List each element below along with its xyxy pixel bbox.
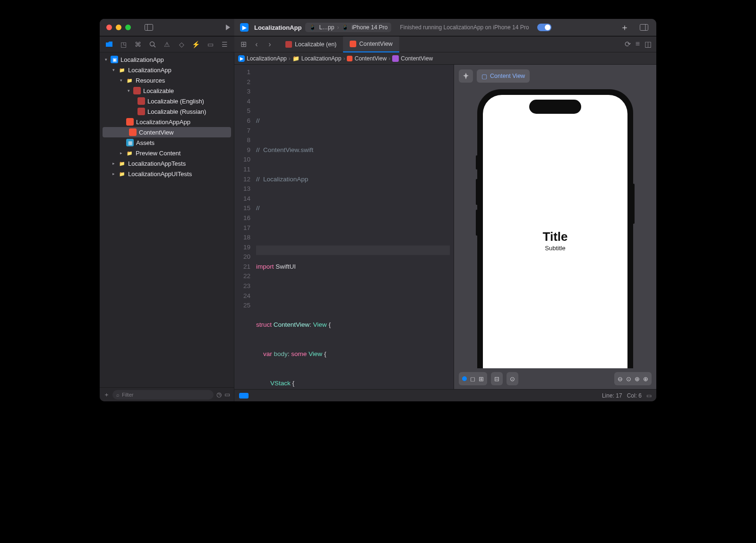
node-label: Assets: [136, 139, 155, 146]
symbol-navigator-icon[interactable]: ⌘: [132, 39, 144, 50]
scheme-target: L…pp: [319, 24, 334, 31]
tree-group[interactable]: ▾📁LocalizationApp: [100, 65, 234, 75]
swift-file-icon: [347, 56, 352, 61]
breakpoint-navigator-icon[interactable]: ▭: [205, 39, 216, 50]
debug-indicator-icon[interactable]: [239, 393, 249, 399]
breadcrumb-item[interactable]: ContentView: [401, 55, 433, 62]
focus-toggle[interactable]: [537, 24, 551, 31]
tab-contentview[interactable]: ContentView: [343, 36, 399, 52]
node-label: Localizable (Russian): [147, 108, 206, 115]
preview-device-settings[interactable]: ⊟: [491, 372, 503, 385]
editor-tab-bar: ⊞ ‹ › Localizable (en) ContentView ⟳ ≡ ◫: [234, 36, 656, 52]
zoom-fit-icon[interactable]: ⊙: [626, 375, 631, 382]
toggle-inspector-button[interactable]: [637, 22, 651, 33]
filter-input[interactable]: ⌕ Filter: [112, 390, 214, 399]
tree-tests[interactable]: ▸📁LocalizationAppTests: [100, 158, 234, 169]
preview-header: ▢ Content View: [454, 65, 656, 87]
titlebar-right: ▶ LocalizationApp 📱 L…pp › 📱 iPhone 14 P…: [234, 19, 656, 36]
zoom-controls: ⊖ ⊙ ⊕ ⊕: [614, 372, 652, 385]
source-control-navigator-icon[interactable]: ◳: [118, 39, 130, 50]
selectable-icon[interactable]: ◻: [470, 375, 475, 382]
breadcrumb-item[interactable]: LocalizationApp: [301, 55, 342, 62]
add-editor-icon[interactable]: ◫: [644, 40, 652, 49]
tree-uitests[interactable]: ▸📁LocalizationAppUITests: [100, 169, 234, 179]
project-navigator-icon[interactable]: [103, 39, 115, 50]
tree-localizable-ru[interactable]: Localizable (Russian): [100, 106, 234, 117]
navigator-selector: ◳ ⌘ ⚠ ◇ ⚡ ▭ ☰: [100, 36, 234, 52]
line-gutter: 1234567891011121314151617181920212223242…: [234, 65, 254, 389]
report-navigator-icon[interactable]: ☰: [219, 39, 231, 50]
close-window-button[interactable]: [106, 25, 112, 30]
preview-settings[interactable]: ⊙: [507, 372, 518, 385]
zoom-out-icon[interactable]: ⊖: [618, 375, 623, 382]
editor-area: ▶ LocalizationApp› 📁 LocalizationApp› Co…: [234, 52, 656, 401]
code-editor[interactable]: 1234567891011121314151617181920212223242…: [234, 65, 454, 389]
tab-localizable[interactable]: Localizable (en): [279, 36, 343, 52]
add-button[interactable]: ＋: [620, 22, 629, 33]
iphone-screen: Title Subtitle: [483, 95, 627, 368]
run-button[interactable]: [221, 22, 234, 33]
preview-mode-live[interactable]: ◻⊞: [459, 372, 487, 385]
issue-navigator-icon[interactable]: ⚠: [161, 39, 173, 50]
debug-navigator-icon[interactable]: ⚡: [190, 39, 202, 50]
preview-selector[interactable]: ▢ Content View: [477, 69, 530, 83]
preview-canvas[interactable]: Title Subtitle: [454, 87, 656, 368]
toggle-navigator-button[interactable]: [142, 22, 155, 33]
refresh-icon[interactable]: ⟳: [625, 40, 631, 49]
scheme-selector[interactable]: 📱 L…pp › 📱 iPhone 14 Pro: [305, 23, 391, 32]
tree-contentview[interactable]: ContentView: [103, 127, 231, 137]
code-content[interactable]: // // ContentView.swift // LocalizationA…: [254, 65, 454, 389]
navigator-footer: ＋ ⌕ Filter ◷ ▭: [100, 387, 234, 401]
tree-assets[interactable]: ▦Assets: [100, 137, 234, 148]
node-label: LocalizationApp: [128, 67, 172, 74]
tree-resources[interactable]: ▾📁Resources: [100, 75, 234, 85]
toggle-debug-area-icon[interactable]: ▭: [646, 392, 652, 399]
breadcrumb-item[interactable]: ContentView: [354, 55, 387, 62]
breadcrumb[interactable]: ▶ LocalizationApp› 📁 LocalizationApp› Co…: [234, 52, 656, 65]
node-label: Preview Content: [136, 150, 180, 157]
grid-icon[interactable]: ⊞: [479, 375, 484, 382]
struct-icon: [392, 55, 399, 62]
svg-point-4: [150, 42, 154, 46]
svg-rect-0: [145, 25, 153, 31]
node-label: Resources: [136, 77, 165, 84]
file-tree[interactable]: ▾▣LocalizationApp ▾📁LocalizationApp ▾📁Re…: [100, 52, 234, 387]
preview-toolbar: ◻⊞ ⊟ ⊙ ⊖ ⊙ ⊕ ⊕: [454, 368, 656, 389]
zoom-window-button[interactable]: [125, 25, 131, 30]
preview-chip-label: Content View: [490, 73, 525, 79]
dynamic-island: [529, 100, 581, 114]
related-items-icon[interactable]: ⊞: [238, 40, 249, 49]
breadcrumb-item[interactable]: LocalizationApp: [247, 55, 287, 62]
tree-root[interactable]: ▾▣LocalizationApp: [100, 54, 234, 65]
app-icon: ▶: [238, 55, 245, 62]
settings-icon: ⊙: [510, 375, 515, 382]
preview-title-text: Title: [543, 229, 568, 244]
adjust-editor-icon[interactable]: ≡: [636, 40, 640, 49]
nav-back-icon[interactable]: ‹: [251, 40, 262, 49]
test-navigator-icon[interactable]: ◇: [176, 39, 188, 50]
tree-localizable-en[interactable]: Localizable (English): [100, 96, 234, 106]
strings-file-icon: [285, 41, 292, 48]
zoom-100-icon[interactable]: ⊕: [635, 375, 640, 382]
preview-subtitle-text: Subtitle: [545, 245, 565, 252]
tree-localizable[interactable]: ▾Localizable: [100, 85, 234, 96]
iphone-frame: Title Subtitle: [477, 89, 633, 368]
node-label: LocalizationAppTests: [128, 160, 186, 167]
minimize-window-button[interactable]: [116, 25, 121, 30]
tree-preview-content[interactable]: ▸📁Preview Content: [100, 148, 234, 158]
folder-icon: 📁: [292, 55, 300, 62]
add-file-icon[interactable]: ＋: [103, 390, 110, 399]
recent-files-icon[interactable]: ◷: [216, 391, 222, 398]
find-navigator-icon[interactable]: [147, 39, 159, 50]
zoom-in-icon[interactable]: ⊕: [643, 375, 648, 382]
xcode-window: ▶ LocalizationApp 📱 L…pp › 📱 iPhone 14 P…: [100, 19, 656, 401]
phone-small-icon: ▢: [481, 73, 487, 80]
cursor-line: Line: 17: [602, 392, 622, 399]
node-label: Localizable: [143, 87, 174, 94]
variants-icon: ⊟: [494, 375, 499, 382]
scm-filter-icon[interactable]: ▭: [224, 391, 230, 398]
swiftui-preview: ▢ Content View Title Subtitle: [454, 65, 656, 389]
tree-appfile[interactable]: LocalizationAppApp: [100, 117, 234, 127]
pin-preview-button[interactable]: [459, 69, 473, 83]
nav-forward-icon[interactable]: ›: [265, 40, 275, 49]
